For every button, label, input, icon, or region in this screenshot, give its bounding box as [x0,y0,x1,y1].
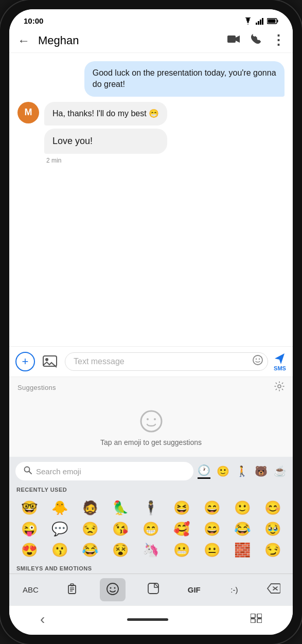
svg-rect-2 [260,20,261,25]
emoji-cell[interactable]: 😘 [106,519,135,539]
input-bar: + Text message [9,346,293,377]
emoji-cell[interactable]: 😵 [106,540,135,560]
nav-home-bar[interactable] [127,618,168,621]
emoticon-button[interactable]: :-) [224,581,244,598]
gif-button[interactable]: GIF [182,581,207,598]
emoji-cell[interactable]: 🐥 [45,498,74,518]
tap-suggestion-text: Tap an emoji to get suggestions [100,438,202,446]
emoji-cell[interactable]: 😄 [197,498,226,518]
text-input[interactable]: Text message [65,352,268,371]
search-icon [24,466,32,476]
svg-point-16 [154,418,156,420]
delete-button[interactable] [262,580,286,599]
battery-icon [267,18,278,24]
emoji-cell[interactable]: 😬 [167,540,196,560]
svg-rect-20 [70,584,74,586]
sticker-button[interactable] [143,580,164,600]
emoji-cell[interactable]: 🧔 [75,498,104,518]
phone-screen: 10:00 [9,9,293,635]
more-options-button[interactable]: ⋮ [272,32,285,48]
emoji-category-icons: 🕐 🙂 🚶 🐻 ☕ [198,464,287,479]
app-bar-icons: ⋮ [227,32,285,48]
svg-rect-3 [262,18,263,25]
emoji-search-placeholder: Search emoji [36,467,81,476]
emoji-cell[interactable]: 🥹 [258,519,288,539]
suggestions-bar: Suggestions [9,377,293,398]
messages-area: Good luck on the presentation today, you… [9,53,293,346]
send-sms-button[interactable]: SMS [273,352,287,371]
add-content-button[interactable]: + [15,352,35,371]
svg-point-24 [107,583,118,595]
phone-frame: 10:00 [0,0,302,644]
abc-button[interactable]: ABC [16,581,45,598]
status-time: 10:00 [24,16,43,25]
signal-icon [256,17,264,25]
people-category-icon[interactable]: 🚶 [236,465,248,477]
emoji-cell[interactable]: 🦜 [106,498,135,518]
svg-point-15 [147,418,149,420]
nav-back-button[interactable]: ‹ [40,611,45,628]
emoji-cell[interactable]: 😂 [75,540,104,560]
status-bar: 10:00 [9,9,293,28]
smileys-label: SMILEYS AND EMOTIONS [9,562,293,574]
emoji-cell[interactable]: 😆 [167,498,196,518]
svg-rect-33 [257,619,262,623]
recent-category-icon[interactable]: 🕐 [198,464,210,479]
clipboard-button[interactable] [62,581,82,599]
emoji-cell[interactable]: 😁 [136,519,166,539]
svg-rect-31 [257,614,262,618]
svg-point-26 [114,587,115,589]
emoji-cell[interactable]: 😂 [228,519,257,539]
emoji-cell[interactable]: 😜 [14,519,44,539]
emoji-cell[interactable]: 🕴 [136,498,166,518]
nav-app-switcher-button[interactable] [251,613,262,626]
emoji-cell[interactable]: 😍 [14,540,44,560]
animals-category-icon[interactable]: 🐻 [255,465,268,477]
sent-message-1: Good luck on the presentation today, you… [84,61,285,97]
emoji-button-inline[interactable] [252,354,263,369]
food-category-icon[interactable]: ☕ [274,465,287,477]
keyboard-bottom-bar: ABC [9,574,293,605]
smiley-category-icon[interactable]: 🙂 [217,465,229,477]
app-bar: ← Meghan ⋮ [9,28,293,53]
emoji-keyboard: Search emoji 🕐 🙂 🚶 🐻 ☕ RECENTLY USED 🤓🐥🧔… [9,457,293,574]
emoji-cell[interactable]: 😒 [75,519,104,539]
svg-point-12 [259,359,260,360]
emoji-cell[interactable]: 🤓 [14,498,44,518]
emoji-search-box[interactable]: Search emoji [15,462,193,480]
gear-icon[interactable] [274,381,285,394]
wifi-icon [243,17,253,25]
svg-rect-27 [148,583,158,594]
emoji-cell[interactable]: 😗 [45,540,74,560]
recent-emoji-grid: 🤓🐥🧔🦜🕴😆😄🙂😊😜💬😒😘😁🥰😄😂🥹😍😗😂😵🦄😬😐🧱😏 [9,496,293,562]
emoji-cell[interactable]: 😏 [258,540,288,560]
received-bubble-2: Love you! [44,129,167,154]
nav-bar: ‹ [9,605,293,635]
svg-point-9 [45,358,48,361]
received-bubble-1: Ha, thanks! I'll do my best 😁 [44,102,167,126]
emoji-search-row: Search emoji 🕐 🙂 🚶 🐻 ☕ [9,457,293,485]
emoji-cell[interactable]: 😊 [258,498,288,518]
svg-line-18 [29,472,32,474]
video-call-button[interactable] [227,34,240,46]
received-bubbles: Ha, thanks! I'll do my best 😁 Love you! … [44,102,167,165]
emoji-cell[interactable]: 💬 [45,519,74,539]
message-time: 2 min [44,157,167,164]
back-button[interactable]: ← [17,33,30,48]
svg-point-11 [256,359,257,360]
emoji-cell[interactable]: 🥰 [167,519,196,539]
image-button[interactable] [40,352,60,371]
emoji-cell[interactable]: 🦄 [136,540,166,560]
emoji-cell[interactable]: 🧱 [228,540,257,560]
svg-rect-0 [256,23,257,25]
phone-call-button[interactable] [250,33,261,47]
avatar: M [17,102,39,123]
svg-point-25 [110,587,111,589]
svg-point-13 [278,385,281,388]
emoji-cell[interactable]: 🙂 [228,498,257,518]
emoji-cell[interactable]: 😄 [197,519,226,539]
svg-rect-30 [251,614,255,618]
emoji-keyboard-button[interactable] [100,578,126,601]
svg-point-10 [253,355,262,365]
emoji-cell[interactable]: 😐 [197,540,226,560]
